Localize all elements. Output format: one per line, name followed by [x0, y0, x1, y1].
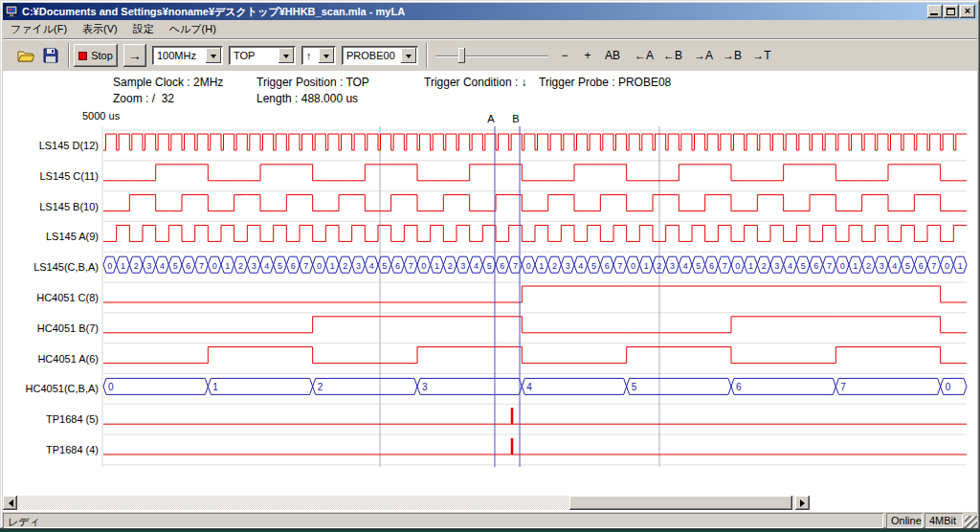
status-message: レディ — [3, 513, 883, 528]
bus-value: 7 — [931, 261, 936, 271]
bus-value: 0 — [317, 261, 322, 271]
sample-clock-value: 100MHz — [153, 50, 206, 61]
bus-value: 1 — [212, 382, 218, 392]
bus-value: 4 — [892, 261, 897, 271]
bus-value: 2 — [238, 261, 243, 271]
sample-clock-select[interactable]: 100MHz — [152, 46, 223, 65]
channel-label[interactable]: HC4051 A(6) — [37, 353, 99, 365]
dropdown-button[interactable] — [401, 48, 416, 63]
bus-value: 1 — [539, 261, 544, 271]
bus-value: 3 — [670, 261, 675, 271]
trigger-position-info: Trigger Position : TOP — [256, 76, 369, 89]
dropdown-button[interactable] — [278, 48, 294, 63]
bus-value: 0 — [108, 382, 114, 392]
waveform-trace — [103, 286, 967, 302]
time-division-label: 5000 us — [82, 110, 121, 122]
status-online: Online — [886, 513, 923, 528]
channel-label[interactable]: HC4051(C,B,A) — [26, 383, 99, 394]
waveform-display[interactable]: 5000 usLS145 D(12)LS145 C(11)LS145 B(10)… — [0, 105, 980, 494]
bus-value: 6 — [291, 261, 296, 271]
bus-value: 7 — [199, 261, 204, 271]
channel-label[interactable]: LS145 C(11) — [39, 170, 99, 182]
menu-settings[interactable]: 設定 — [125, 20, 162, 38]
cursor-a-label: A — [487, 113, 495, 124]
set-cursor-b-button[interactable]: →B — [719, 45, 746, 66]
run-arrow-icon: → — [128, 48, 142, 63]
waveform-trace — [103, 195, 967, 211]
bus-value: 5 — [591, 261, 596, 271]
channel-label[interactable]: LS145 A(9) — [46, 231, 99, 242]
probe-select[interactable]: PROBE00 — [342, 46, 418, 65]
bus-value: 3 — [460, 261, 465, 271]
open-folder-icon — [17, 49, 34, 63]
goto-trigger-button[interactable]: →T — [749, 45, 774, 66]
arrow-right-icon — [800, 499, 809, 507]
zoom-slider[interactable] — [435, 44, 548, 67]
cursor-b-label: B — [512, 113, 519, 124]
channel-label[interactable]: LS145(C,B,A) — [33, 261, 99, 273]
floppy-icon — [43, 48, 58, 63]
channel-label[interactable]: TP1684 (4) — [46, 444, 99, 455]
menu-view[interactable]: 表示(V) — [75, 20, 125, 38]
trigger-edge-select[interactable]: ↑ — [301, 46, 336, 65]
bus-value: 7 — [409, 261, 413, 271]
horizontal-scrollbar[interactable] — [3, 496, 810, 510]
chevron-down-icon — [211, 55, 216, 61]
menu-help[interactable]: ヘルプ(H) — [162, 20, 224, 38]
bus-value: 6 — [500, 261, 504, 271]
dropdown-button[interactable] — [319, 48, 334, 63]
channel-label[interactable]: HC4051 B(7) — [37, 322, 99, 334]
bus-value: 6 — [709, 261, 714, 271]
bus-value: 4 — [578, 261, 583, 271]
menu-file[interactable]: ファイル(F) — [3, 20, 75, 38]
bus-value: 6 — [919, 261, 924, 271]
stop-button[interactable]: Stop — [74, 44, 118, 67]
bus-value: 4 — [788, 261, 792, 271]
waveform-trace — [103, 225, 967, 241]
stop-icon — [78, 52, 87, 60]
waveform-trace — [103, 317, 967, 333]
goto-cursor-b-button[interactable]: ←B — [659, 45, 686, 66]
run-button[interactable]: → — [123, 44, 146, 67]
channel-label[interactable]: TP1684 (5) — [46, 413, 99, 425]
slider-handle[interactable] — [458, 48, 465, 63]
goto-cursor-a-button[interactable]: ←A — [631, 45, 657, 66]
scroll-right-button[interactable] — [795, 496, 810, 510]
bus-value: 1 — [748, 261, 753, 271]
bus-value: 2 — [318, 382, 323, 392]
status-memory: 4MBit — [924, 513, 963, 528]
app-window: C:¥Documents and Settings¥noname¥デスクトップ¥… — [0, 0, 980, 529]
ab-button[interactable]: AB — [600, 45, 625, 66]
dropdown-button[interactable] — [206, 48, 221, 63]
resize-grip[interactable] — [965, 516, 977, 528]
waveform-trace — [103, 347, 967, 364]
scrollbar-thumb[interactable] — [569, 496, 792, 510]
bus-trace — [103, 256, 967, 273]
minimize-button[interactable] — [927, 5, 943, 18]
bus-value: 4 — [160, 261, 165, 271]
maximize-button[interactable] — [944, 5, 959, 18]
bus-value: 0 — [212, 261, 217, 271]
set-cursor-a-button[interactable]: →A — [690, 45, 717, 66]
scroll-left-button[interactable] — [3, 496, 17, 510]
trigger-position-select[interactable]: TOP — [229, 46, 296, 65]
bus-value: 7 — [617, 261, 622, 271]
bus-value: 2 — [866, 261, 871, 271]
zoom-out-button[interactable]: − — [554, 45, 575, 66]
bus-value: 0 — [526, 261, 531, 271]
trigger-probe-info: Trigger Probe : PROBE08 — [539, 76, 671, 89]
bus-value: 2 — [134, 261, 139, 271]
channel-label[interactable]: HC4051 C(8) — [36, 292, 99, 303]
bus-value: 6 — [605, 261, 610, 271]
bus-trace — [103, 378, 967, 394]
zoom-in-button[interactable]: + — [577, 45, 598, 66]
bus-value: 2 — [448, 261, 453, 271]
bus-value: 2 — [343, 261, 347, 271]
channel-label[interactable]: LS145 D(12) — [39, 140, 99, 151]
channel-label[interactable]: LS145 B(10) — [39, 201, 99, 212]
close-button[interactable]: × — [960, 5, 975, 18]
save-button[interactable] — [39, 45, 62, 66]
open-file-button[interactable] — [14, 45, 37, 66]
bus-value: 0 — [631, 261, 635, 271]
bus-value: 2 — [657, 261, 661, 271]
